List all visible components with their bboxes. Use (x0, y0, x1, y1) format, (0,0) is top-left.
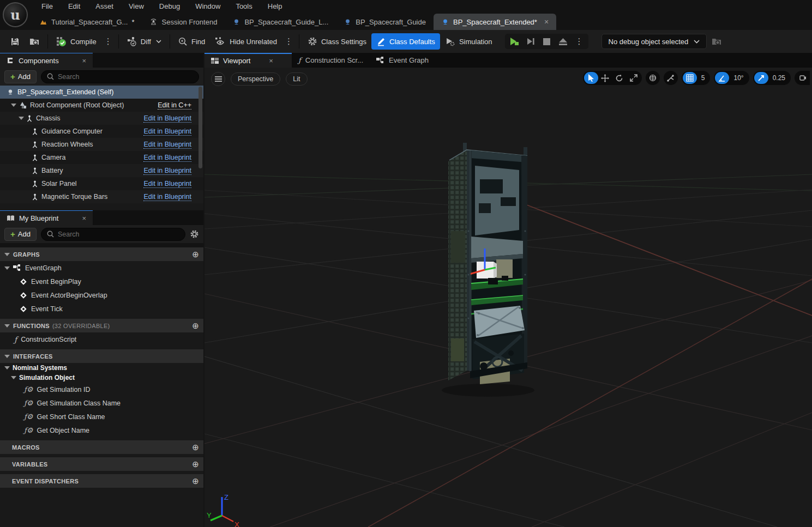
eject-button[interactable] (556, 35, 570, 48)
row-event-beginplay[interactable]: Event BeginPlay (0, 275, 203, 288)
edit-in-cpp-link[interactable]: Edit in C++ (158, 101, 191, 110)
play-button[interactable] (507, 35, 521, 48)
stop-button[interactable] (540, 35, 554, 48)
tree-row-self[interactable]: BP_Spacecraft_Extended (Self) (0, 86, 203, 99)
add-function-icon[interactable]: ⊕ (192, 321, 199, 331)
viewport-options-button[interactable] (211, 72, 225, 86)
close-icon[interactable]: × (82, 214, 86, 222)
scale-snap-value[interactable]: 0.25 (768, 74, 790, 82)
rotate-tool-button[interactable] (612, 72, 627, 84)
compile-options-kebab[interactable]: ⋮ (101, 37, 115, 46)
simulation-button[interactable]: Simulation (440, 33, 497, 50)
row-event-actorbeginoverlap[interactable]: Event ActorBeginOverlap (0, 288, 203, 302)
rotation-snap-value[interactable]: 10° (729, 74, 748, 82)
expander-arrow[interactable] (4, 355, 10, 358)
add-event-dispatcher-icon[interactable]: ⊕ (192, 476, 199, 486)
tab-bp-spacecraft-guide-l[interactable]: BP_Spacecraft_Guide_L... (225, 14, 336, 30)
hide-unrelated-button[interactable]: Hide Unrelated (210, 33, 282, 50)
tab-construction-script[interactable]: ƒ Construction Scr... (292, 53, 370, 68)
section-macros[interactable]: MACROS ⊕ (0, 440, 203, 454)
tab-event-graph[interactable]: Event Graph (370, 53, 435, 68)
diff-button[interactable]: Diff (122, 33, 166, 50)
debug-object-dropdown[interactable]: No debug object selected (602, 34, 707, 49)
grid-snap-toggle[interactable] (683, 72, 697, 84)
expander-arrow[interactable] (19, 117, 24, 120)
tree-row-solar-panel[interactable]: Solar Panel Edit in Blueprint (0, 177, 203, 190)
row-get-simulation-class-name[interactable]: ƒ⚙ Get Simulation Class Name (0, 396, 203, 410)
row-event-tick[interactable]: Event Tick (0, 302, 203, 316)
menu-view[interactable]: View (121, 0, 152, 13)
components-scrollbar[interactable] (199, 87, 202, 168)
tree-row-magnetic-torque-bars[interactable]: Magnetic Torque Bars Edit in Blueprint (0, 190, 203, 203)
row-simulation-object[interactable]: Simulation Object (0, 373, 203, 383)
edit-in-blueprint-link[interactable]: Edit in Blueprint (143, 193, 191, 201)
section-variables[interactable]: VARIABLES ⊕ (0, 457, 203, 471)
close-icon[interactable]: × (544, 17, 549, 26)
expander-arrow[interactable] (4, 324, 10, 328)
expander-arrow[interactable] (4, 366, 10, 369)
play-options-kebab[interactable]: ⋮ (573, 37, 586, 46)
search-input[interactable] (58, 73, 193, 81)
row-get-object-name[interactable]: ƒ⚙ Get Object Name (0, 423, 203, 437)
row-constructionscript[interactable]: ƒ ConstructionScript (0, 332, 203, 346)
find-button[interactable]: Find (173, 33, 210, 50)
row-get-short-class-name[interactable]: ƒ⚙ Get Short Class Name (0, 410, 203, 423)
close-icon[interactable]: × (82, 57, 86, 65)
add-component-button[interactable]: + Add (4, 70, 37, 83)
section-functions[interactable]: FUNCTIONS (32 OVERRIDABLE) ⊕ (0, 319, 203, 332)
section-graphs[interactable]: GRAPHS ⊕ (0, 247, 203, 261)
compile-button[interactable]: Compile (51, 33, 101, 50)
scale-tool-button[interactable] (627, 72, 641, 84)
add-blueprint-item-button[interactable]: + Add (4, 228, 37, 241)
search-input[interactable] (58, 231, 179, 238)
menu-help[interactable]: Help (260, 0, 290, 13)
row-eventgraph[interactable]: EventGraph (0, 261, 203, 275)
camera-speed-button[interactable] (796, 72, 810, 84)
lit-dropdown[interactable]: Lit (286, 72, 307, 86)
tab-components[interactable]: Components × (0, 53, 93, 68)
unreal-logo-icon[interactable]: u (3, 2, 28, 27)
move-tool-button[interactable] (598, 72, 612, 84)
browse-button[interactable] (25, 33, 44, 50)
row-get-simulation-id[interactable]: ƒ⚙ Get Simulation ID (0, 383, 203, 396)
add-variable-icon[interactable]: ⊕ (192, 459, 199, 469)
tree-row-guidance-computer[interactable]: Guidance Computer Edit in Blueprint (0, 125, 203, 138)
grid-snap-value[interactable]: 5 (697, 74, 709, 82)
class-defaults-button[interactable]: Class Defaults (371, 33, 440, 50)
menu-file[interactable]: File (34, 0, 61, 13)
row-nominal-systems[interactable]: Nominal Systems (0, 363, 203, 373)
expander-arrow[interactable] (4, 253, 10, 256)
expander-arrow[interactable] (4, 266, 10, 270)
tree-row-battery[interactable]: Battery Edit in Blueprint (0, 164, 203, 177)
tree-row-chassis[interactable]: Chassis Edit in Blueprint (0, 112, 203, 125)
edit-in-blueprint-link[interactable]: Edit in Blueprint (143, 114, 191, 123)
tab-bp-spacecraft-extended[interactable]: BP_Spacecraft_Extended* × (434, 14, 556, 30)
section-interfaces[interactable]: INTERFACES (0, 349, 203, 363)
menu-asset[interactable]: Asset (88, 0, 121, 13)
edit-in-blueprint-link[interactable]: Edit in Blueprint (143, 128, 191, 136)
tree-row-reaction-wheels[interactable]: Reaction Wheels Edit in Blueprint (0, 138, 203, 151)
frame-skip-button[interactable] (524, 35, 538, 48)
my-blueprint-search[interactable] (41, 228, 185, 241)
edit-in-blueprint-link[interactable]: Edit in Blueprint (143, 141, 191, 149)
tab-session-frontend[interactable]: Session Frontend (142, 14, 225, 30)
tab-bp-spacecraft-guide[interactable]: BP_Spacecraft_Guide (336, 14, 434, 30)
edit-in-blueprint-link[interactable]: Edit in Blueprint (143, 154, 191, 162)
menu-debug[interactable]: Debug (152, 0, 188, 13)
edit-in-blueprint-link[interactable]: Edit in Blueprint (143, 180, 191, 188)
menu-edit[interactable]: Edit (61, 0, 88, 13)
rotation-snap-toggle[interactable] (715, 72, 729, 84)
tree-row-camera[interactable]: Camera Edit in Blueprint (0, 151, 203, 164)
tab-tutorial-spacecraft[interactable]: Tutorial_Spacecraft_G... * (32, 14, 142, 30)
viewport-3d-canvas[interactable]: Z Y X Perspective Lit (204, 68, 812, 527)
expander-arrow[interactable] (11, 376, 16, 379)
menu-tools[interactable]: Tools (228, 0, 260, 13)
components-search[interactable] (41, 70, 199, 83)
surface-snapping-button[interactable] (664, 71, 678, 85)
browse-debug-button[interactable] (707, 33, 726, 50)
add-macro-icon[interactable]: ⊕ (192, 443, 199, 452)
tree-row-root-component[interactable]: Root Component (Root Object) Edit in C++ (0, 99, 203, 112)
menu-window[interactable]: Window (188, 0, 228, 13)
scale-snap-toggle[interactable] (754, 72, 768, 84)
edit-in-blueprint-link[interactable]: Edit in Blueprint (143, 167, 191, 175)
